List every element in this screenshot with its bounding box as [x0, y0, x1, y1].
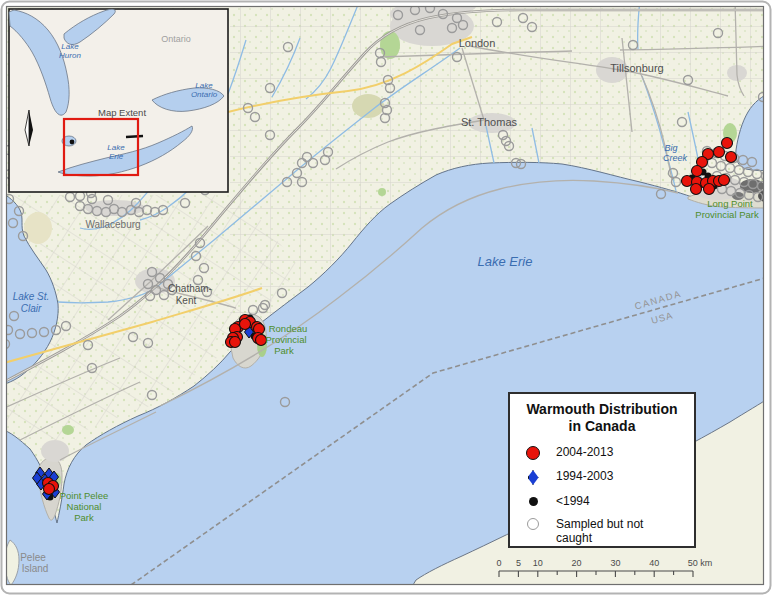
map-label: Huron — [59, 51, 81, 60]
inset-long-point-mark — [126, 136, 143, 137]
legend-symbol-1994-2003 — [528, 470, 539, 485]
green-area — [62, 425, 74, 435]
point-2004-2013 — [230, 337, 241, 348]
scale-tick-label: 10 — [533, 558, 543, 568]
map-label: Kent — [176, 295, 197, 306]
map-label: St. Thomas — [461, 116, 518, 128]
green-area — [352, 94, 384, 118]
legend-item-label: 1994-2003 — [556, 469, 676, 483]
legend-item: 1994-2003 — [510, 469, 686, 485]
map-label: Clair — [21, 303, 42, 314]
map-label: Creek — [663, 153, 688, 163]
scale-tick-label: 0 — [496, 558, 501, 568]
scale-tick-label: 5 — [516, 558, 521, 568]
legend-item: Sampled but not caught — [510, 517, 686, 545]
legend-item-label: <1994 — [556, 494, 676, 508]
legend-box: Warmouth Distribution in Canada 2004-201… — [508, 392, 696, 548]
point-2004-2013 — [719, 175, 730, 186]
map-label: Provincial Park — [695, 209, 759, 220]
legend-title-line2: in Canada — [510, 418, 694, 435]
map-label: Tillsonburg — [610, 62, 663, 74]
map-label: Pelee — [20, 552, 46, 563]
scale-tick-label: 50 km — [688, 558, 713, 568]
map-label: Lake — [107, 143, 125, 152]
map-export-window: LondonTillsonburgSt. ThomasWallaceburgCh… — [0, 0, 772, 595]
map-label: Wallaceburg — [85, 219, 140, 230]
map-label: Point Pelee — [60, 490, 109, 501]
point-2004-2013 — [692, 166, 703, 177]
map-label: Provincial — [265, 334, 306, 345]
map-label: Chatham- — [168, 283, 212, 294]
legend-symbol-2004-2013 — [526, 446, 540, 460]
map-label: London — [459, 37, 496, 49]
point-2004-2013 — [714, 147, 725, 158]
legend-title-line1: Warmouth Distribution — [510, 401, 694, 418]
point-2004-2013 — [682, 176, 693, 187]
legend-symbol-pre-1994 — [529, 497, 538, 506]
legend-items: 2004-20131994-2003<1994Sampled but not c… — [510, 445, 694, 545]
legend-item-label: 2004-2013 — [556, 445, 676, 459]
legend-symbol-not-caught — [527, 518, 539, 530]
map-label: National — [67, 501, 102, 512]
point-2004-2013 — [44, 484, 55, 495]
inset-overview-map: OntarioLakeHuronLakeOntarioMap ExtentLak… — [9, 9, 228, 192]
map-label: Rondeau — [269, 323, 308, 334]
map-label: Big — [664, 143, 677, 153]
map-label: Lake St. — [13, 291, 50, 302]
map-label: Island — [22, 563, 49, 574]
map-label: Long Point — [707, 198, 753, 209]
map-label: Lake Erie — [478, 254, 533, 269]
scale-tick-label: 30 — [610, 558, 620, 568]
green-area — [380, 31, 400, 59]
legend-item-label: Sampled but not caught — [556, 517, 676, 545]
map-label: Map Extent — [98, 107, 146, 118]
point-2004-2013 — [691, 184, 702, 195]
scale-tick-label: 20 — [572, 558, 582, 568]
point-2004-2013 — [722, 138, 733, 149]
map-label: Park — [74, 512, 94, 523]
legend-item: <1994 — [510, 494, 686, 508]
urban-area — [41, 440, 69, 462]
green-area — [24, 212, 52, 244]
scale-tick-label: 40 — [649, 558, 659, 568]
point-2004-2013 — [726, 152, 737, 163]
legend-item: 2004-2013 — [510, 445, 686, 460]
map-label: Lake — [195, 81, 213, 90]
map-label: Ontario — [161, 34, 191, 44]
map-label: Ontario — [191, 90, 218, 99]
green-area — [378, 188, 386, 196]
map-label: Lake — [61, 42, 79, 51]
map-label: Erie — [109, 152, 124, 161]
point-2004-2013 — [240, 319, 251, 330]
inset-location-dot — [70, 140, 75, 145]
map-label: Park — [274, 345, 294, 356]
point-2004-2013 — [704, 184, 715, 195]
